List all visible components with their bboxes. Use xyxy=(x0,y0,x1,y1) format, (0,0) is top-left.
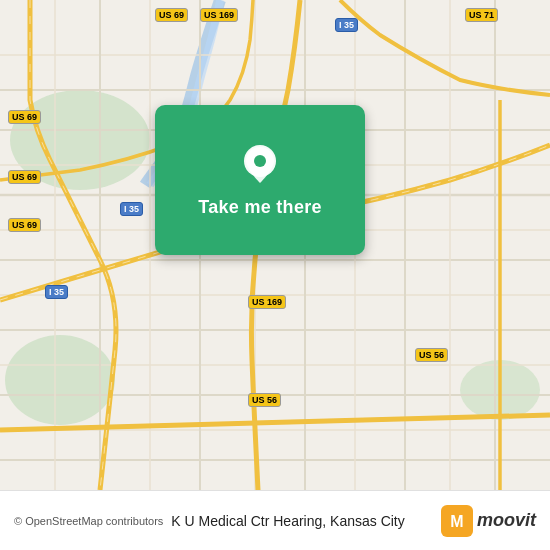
moovit-logo: M moovit xyxy=(441,505,536,537)
svg-point-2 xyxy=(5,335,115,425)
badge-us169-top: US 169 xyxy=(200,8,238,22)
badge-us69-mid3: US 69 xyxy=(8,218,41,232)
attribution-text: © OpenStreetMap contributors xyxy=(14,515,163,527)
location-pin-icon xyxy=(238,143,282,187)
badge-us56-right: US 56 xyxy=(415,348,448,362)
moovit-icon: M xyxy=(441,505,473,537)
badge-us69-mid1: US 69 xyxy=(8,110,41,124)
badge-us71: US 71 xyxy=(465,8,498,22)
bottom-bar: © OpenStreetMap contributors K U Medical… xyxy=(0,490,550,550)
badge-us69-mid2: US 69 xyxy=(8,170,41,184)
badge-us56-bot: US 56 xyxy=(248,393,281,407)
badge-i35-ne: I 35 xyxy=(335,18,358,32)
svg-point-29 xyxy=(254,155,266,167)
moovit-text: moovit xyxy=(477,510,536,531)
badge-i35-bot: I 35 xyxy=(45,285,68,299)
badge-us69-top: US 69 xyxy=(155,8,188,22)
svg-text:M: M xyxy=(450,513,463,530)
location-title: K U Medical Ctr Hearing, Kansas City xyxy=(171,513,433,529)
badge-us169-bot: US 169 xyxy=(248,295,286,309)
badge-i35-left: I 35 xyxy=(120,202,143,216)
map-view: US 69 US 169 I 35 US 71 US 69 US 69 US 6… xyxy=(0,0,550,490)
take-me-label: Take me there xyxy=(198,197,322,218)
take-me-there-button[interactable]: Take me there xyxy=(155,105,365,255)
